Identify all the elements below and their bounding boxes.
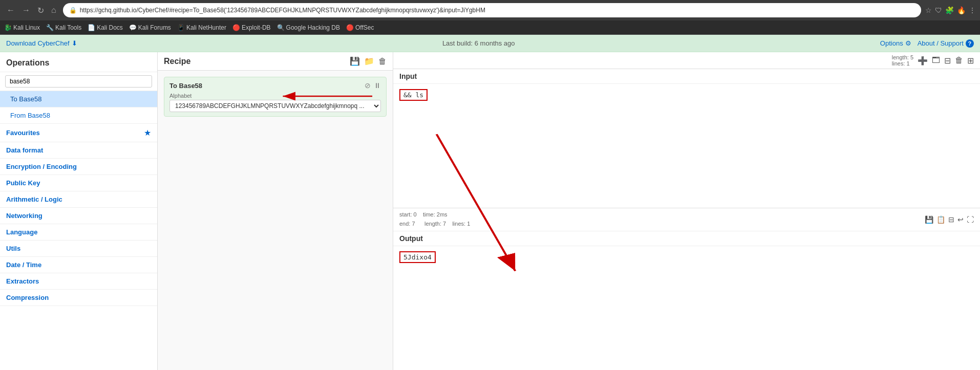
options-label: Options bbox=[880, 39, 903, 47]
address-bar[interactable]: 🔒 https://gchq.github.io/CyberChef/#reci… bbox=[63, 3, 921, 17]
burn-icon[interactable]: 🔥 bbox=[957, 6, 966, 14]
open-recipe-button[interactable]: 📁 bbox=[364, 56, 374, 66]
sidebar-section-extractors[interactable]: Extractors bbox=[0, 273, 157, 290]
alphabet-select[interactable]: 123456789ABCDEFGHJKLMNPQRSTUVWXYZabcdefg… bbox=[169, 100, 381, 112]
add-input-button[interactable]: ➕ bbox=[918, 56, 928, 66]
shield-icon[interactable]: 🛡 bbox=[935, 6, 942, 14]
refresh-button[interactable]: ↻ bbox=[35, 5, 47, 16]
input-length-stat: length: 5 lines: 1 bbox=[892, 54, 913, 67]
alphabet-label: Alphabet bbox=[169, 93, 381, 99]
output-length-value: 7 bbox=[443, 221, 446, 227]
copy-output-button[interactable]: 📋 bbox=[936, 215, 945, 224]
disable-icon[interactable]: ⊘ bbox=[365, 81, 371, 90]
fullscreen-button[interactable]: ⛶ bbox=[967, 215, 974, 224]
sidebar-section-compression[interactable]: Compression bbox=[0, 290, 157, 306]
bookmarks-bar: 🐉 Kali Linux 🔧 Kali Tools 📄 Kali Docs 💬 … bbox=[0, 20, 980, 35]
sidebar-section-date-time[interactable]: Date / Time bbox=[0, 257, 157, 273]
bookmark-kali-linux[interactable]: 🐉 Kali Linux bbox=[4, 24, 40, 31]
sidebar-item-from-base58[interactable]: From Base58 bbox=[0, 107, 157, 124]
back-button[interactable]: ← bbox=[4, 5, 17, 16]
sidebar-section-public-key[interactable]: Public Key bbox=[0, 175, 157, 191]
sidebar-section-networking[interactable]: Networking bbox=[0, 208, 157, 224]
recipe-header: Recipe 💾 📁 🗑 bbox=[158, 52, 393, 71]
favourites-label: Favourites bbox=[6, 129, 40, 137]
op-card-field: Alphabet 123456789ABCDEFGHJKLMNPQRSTUVWX… bbox=[169, 93, 381, 112]
options-button[interactable]: Options ⚙ bbox=[880, 39, 911, 47]
output-panel-content: 5Jdixo4 bbox=[393, 246, 980, 370]
bookmark-kali-forums[interactable]: 💬 Kali Forums bbox=[129, 24, 171, 31]
output-lines-label: lines: bbox=[452, 221, 465, 227]
io-panels: length: 5 lines: 1 ➕ 🗔 ⊟ 🗑 ⊞ Input && ls… bbox=[393, 52, 980, 370]
save-output-button[interactable]: 💾 bbox=[925, 215, 933, 224]
replace-input-button[interactable]: ⊟ bbox=[948, 215, 954, 224]
bookmark-kali-docs[interactable]: 📄 Kali Docs bbox=[88, 24, 123, 31]
output-end-value: 7 bbox=[412, 221, 415, 227]
output-length-label: length: bbox=[424, 221, 441, 227]
new-tab-button[interactable]: 🗔 bbox=[932, 56, 940, 65]
bookmark-exploit-db[interactable]: 🔴 Exploit-DB bbox=[232, 24, 271, 31]
op-card-title: To Base58 bbox=[169, 82, 202, 90]
search-input[interactable] bbox=[5, 75, 152, 88]
input-panel-content[interactable]: && ls bbox=[393, 84, 980, 208]
download-text: Download CyberChef bbox=[6, 39, 70, 47]
menu-button[interactable]: ⋮ bbox=[969, 6, 976, 14]
top-bar: Download CyberChef ⬇ Last build: 6 month… bbox=[0, 35, 980, 52]
lock-icon: 🔒 bbox=[69, 7, 77, 14]
sidebar-section-favourites[interactable]: Favourites ★ bbox=[0, 124, 157, 142]
op-card-to-base58: To Base58 ⊘ ⏸ Alphabet 123456789ABCDEFGH… bbox=[164, 77, 387, 117]
save-recipe-button[interactable]: 💾 bbox=[350, 56, 360, 66]
recipe-title: Recipe bbox=[164, 57, 190, 66]
delete-input-button[interactable]: 🗑 bbox=[955, 56, 963, 65]
op-card-header: To Base58 ⊘ ⏸ bbox=[169, 81, 381, 90]
forward-button[interactable]: → bbox=[19, 5, 33, 16]
question-icon: ? bbox=[966, 39, 974, 48]
browser-chrome: ← → ↻ ⌂ 🔒 https://gchq.github.io/CyberCh… bbox=[0, 0, 980, 20]
search-box bbox=[0, 72, 157, 91]
clear-recipe-button[interactable]: 🗑 bbox=[378, 57, 387, 66]
top-bar-left: Download CyberChef ⬇ bbox=[6, 39, 77, 47]
output-end-label: end: bbox=[399, 221, 410, 227]
output-start-label: start: bbox=[399, 211, 412, 217]
split-button[interactable]: ⊟ bbox=[944, 56, 951, 66]
input-value: && ls bbox=[399, 89, 428, 101]
bookmark-kali-tools[interactable]: 🔧 Kali Tools bbox=[46, 24, 81, 31]
output-time-label: time: bbox=[423, 211, 435, 217]
bookmark-google-hacking-db[interactable]: 🔍 Google Hacking DB bbox=[277, 24, 340, 31]
bookmark-kali-nethunter[interactable]: 📱 Kali NetHunter bbox=[177, 24, 226, 31]
sidebar-section-data-format[interactable]: Data format bbox=[0, 142, 157, 159]
sidebar: Operations To Base58 From Base58 Favouri… bbox=[0, 52, 158, 370]
browser-actions: ☆ 🛡 🧩 🔥 ⋮ bbox=[925, 6, 976, 14]
url-text: https://gchq.github.io/CyberChef/#recipe… bbox=[80, 7, 915, 14]
nav-buttons: ← → ↻ ⌂ bbox=[4, 5, 59, 16]
recipe-content: To Base58 ⊘ ⏸ Alphabet 123456789ABCDEFGH… bbox=[158, 71, 393, 370]
output-panel-header: Output bbox=[393, 231, 980, 246]
sidebar-item-to-base58[interactable]: To Base58 bbox=[0, 91, 157, 107]
last-build-text: Last build: 6 months ago bbox=[442, 39, 515, 47]
sidebar-section-arithmetic-logic[interactable]: Arithmetic / Logic bbox=[0, 191, 157, 208]
about-support-button[interactable]: About / Support ? bbox=[918, 39, 974, 48]
switch-io-button[interactable]: ⊞ bbox=[967, 56, 974, 66]
output-time-value: 2ms bbox=[437, 211, 448, 217]
download-icon: ⬇ bbox=[72, 39, 77, 47]
output-panel: Output 5Jdixo4 bbox=[393, 231, 980, 370]
sidebar-title: Operations bbox=[0, 52, 157, 72]
about-label: About / Support bbox=[918, 39, 964, 47]
sidebar-section-encryption-encoding[interactable]: Encryption / Encoding bbox=[0, 159, 157, 175]
pause-icon[interactable]: ⏸ bbox=[374, 81, 381, 90]
op-card-actions: ⊘ ⏸ bbox=[365, 81, 381, 90]
bookmark-offsec[interactable]: 🔴 OffSec bbox=[346, 24, 374, 31]
gear-icon: ⚙ bbox=[905, 39, 911, 47]
output-stats: start: 0 time: 2ms end: 7 length: 7 line… bbox=[399, 210, 470, 228]
output-actions: 💾 📋 ⊟ ↩ ⛶ bbox=[925, 215, 974, 224]
recipe-actions: 💾 📁 🗑 bbox=[350, 56, 387, 66]
star-icon: ★ bbox=[144, 128, 151, 138]
bookmark-button[interactable]: ☆ bbox=[925, 6, 932, 14]
input-panel-header: Input bbox=[393, 69, 980, 84]
sidebar-section-utils[interactable]: Utils bbox=[0, 241, 157, 257]
extensions-button[interactable]: 🧩 bbox=[945, 6, 954, 14]
sidebar-section-language[interactable]: Language bbox=[0, 224, 157, 241]
undo-button[interactable]: ↩ bbox=[957, 215, 964, 224]
input-panel: Input && ls bbox=[393, 69, 980, 208]
download-cyberchef-link[interactable]: Download CyberChef ⬇ bbox=[6, 39, 77, 47]
home-button[interactable]: ⌂ bbox=[49, 5, 59, 16]
